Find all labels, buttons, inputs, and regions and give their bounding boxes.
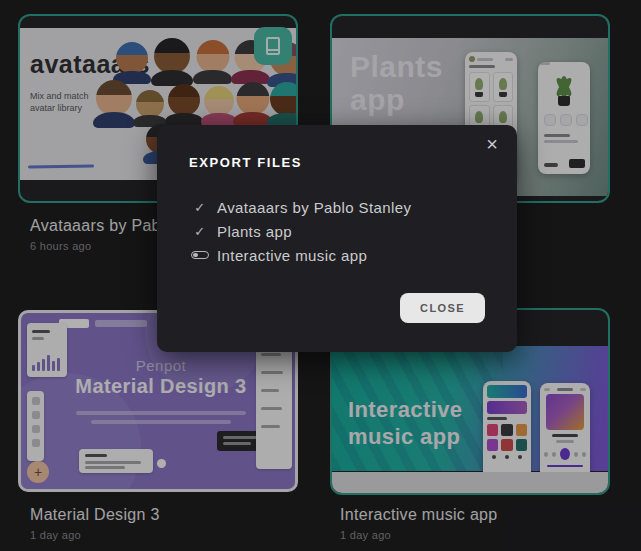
export-item: ✓ Plants app	[191, 219, 411, 243]
export-item-label: Interactive music app	[217, 247, 367, 264]
close-icon[interactable]: ×	[479, 131, 505, 157]
export-items-list: ✓ Avataaars by Pablo Stanley ✓ Plants ap…	[191, 195, 411, 267]
export-item: Interactive music app	[191, 243, 411, 267]
export-item-label: Avataaars by Pablo Stanley	[217, 199, 411, 216]
export-files-dialog: × EXPORT FILES ✓ Avataaars by Pablo Stan…	[157, 125, 517, 352]
export-item-label: Plants app	[217, 223, 292, 240]
check-icon: ✓	[191, 224, 209, 239]
close-button[interactable]: CLOSE	[400, 293, 485, 323]
check-icon: ✓	[191, 200, 209, 215]
export-progress-icon	[191, 251, 209, 259]
export-item: ✓ Avataaars by Pablo Stanley	[191, 195, 411, 219]
projects-dashboard: avataaars Mix and match avatar library	[0, 0, 641, 551]
dialog-title: EXPORT FILES	[189, 155, 302, 170]
